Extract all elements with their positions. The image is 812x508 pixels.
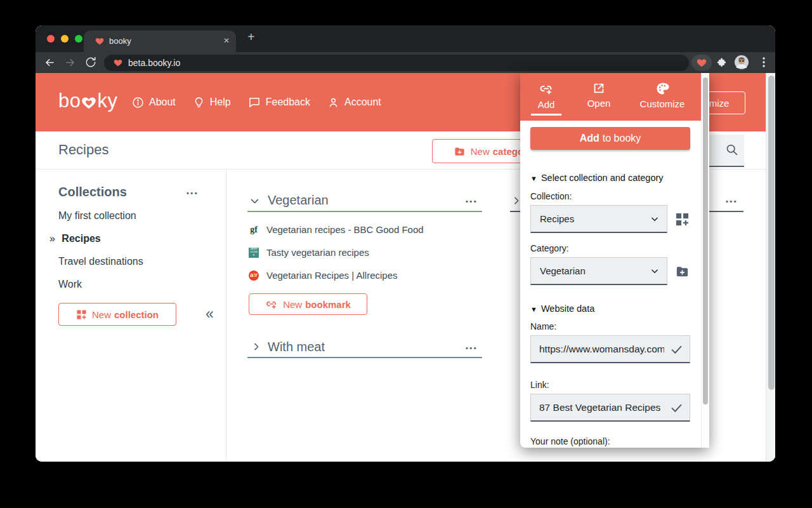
new-collection-icon-button[interactable]	[675, 212, 690, 229]
new-collection-label-normal: New	[92, 309, 111, 320]
category-title-vegetarian[interactable]: Vegetarian	[268, 193, 329, 208]
link-input[interactable]	[530, 394, 690, 422]
logo-text-post: ky	[97, 90, 117, 112]
folder-plus-icon	[454, 145, 466, 157]
bookmark-row[interactable]: gf Vegetarian recipes - BBC Good Food	[249, 224, 424, 235]
category-select[interactable]: Vegetarian	[530, 257, 667, 285]
address-bar[interactable]: beta.booky.io	[104, 55, 689, 71]
sidebar-item-travel-destinations[interactable]: Travel destinations	[58, 256, 143, 267]
page-scrollbar-track[interactable]	[766, 73, 775, 462]
back-icon[interactable]	[44, 57, 56, 71]
checkmark-icon	[670, 401, 683, 415]
add-button-bold: Add	[580, 133, 599, 144]
booky-logo[interactable]: boky	[58, 90, 117, 112]
browser-window: booky ✕ + beta.booky.io	[36, 25, 775, 462]
category-title-with-meat[interactable]: With meat	[268, 340, 325, 354]
new-collection-button[interactable]: New collection	[58, 303, 176, 326]
chevron-down-icon	[650, 215, 659, 224]
website-section-label: Website data	[541, 304, 594, 314]
bbc-goodfood-favicon: gf	[249, 225, 259, 235]
forward-icon[interactable]	[64, 57, 76, 71]
triangle-down-icon: ▼	[530, 175, 537, 182]
popup-tab-customize[interactable]: Customize	[637, 81, 688, 109]
nav-about-label: About	[149, 97, 176, 108]
tab-close-icon[interactable]: ✕	[223, 36, 230, 45]
tab-title: booky	[109, 36, 131, 46]
vegetarian-menu-dots[interactable]: •••	[466, 197, 478, 205]
page-scrollbar-thumb[interactable]	[768, 76, 775, 390]
active-item-marker: »	[49, 233, 55, 244]
traffic-light-zoom[interactable]	[75, 35, 82, 43]
booky-extension-popup: Add Open Customize Add to booky ▼Select …	[520, 73, 709, 448]
traffic-light-close[interactable]	[47, 35, 55, 43]
select-section-label: Select collection and category	[541, 173, 664, 183]
sidebar-collapse-chevrons[interactable]: «	[206, 305, 214, 323]
account-person-icon	[327, 97, 339, 109]
add-to-booky-button[interactable]: Add to booky	[530, 127, 690, 150]
with-meat-menu-dots[interactable]: •••	[466, 344, 478, 352]
popup-tab-open[interactable]: Open	[584, 81, 614, 109]
popup-tab-add[interactable]: Add	[532, 81, 560, 116]
bookmark-row[interactable]: JAMIE OLIVER Tasty vegetarian recipes	[249, 247, 369, 258]
sidebar-divider	[226, 170, 226, 462]
sidebar-item-my-first-collection[interactable]: My first collection	[58, 210, 136, 222]
browser-menu-kebab-icon[interactable]	[759, 56, 768, 71]
allrecipes-favicon: a!r	[249, 271, 259, 281]
lightbulb-icon	[193, 97, 205, 109]
new-bookmark-button[interactable]: New bookmark	[249, 293, 367, 315]
logo-heart-icon	[81, 95, 96, 110]
popup-tab-open-label: Open	[587, 98, 611, 109]
nav-help[interactable]: Help	[193, 97, 231, 109]
triangle-down-icon: ▼	[530, 305, 537, 313]
nav-account[interactable]: Account	[327, 97, 381, 109]
collection-select-value: Recipes	[540, 213, 650, 224]
popup-tab-customize-label: Customize	[640, 98, 685, 109]
traffic-light-minimize[interactable]	[61, 35, 69, 43]
url-favicon-heart-icon	[114, 58, 122, 67]
sidebar-item-work[interactable]: Work	[58, 279, 82, 290]
chevron-down-icon[interactable]	[249, 196, 260, 209]
select-collection-section-toggle[interactable]: ▼Select collection and category	[530, 173, 664, 183]
jamie-oliver-favicon: JAMIE OLIVER	[249, 248, 259, 258]
bookmark-row[interactable]: a!r Vegetarian Recipes | Allrecipes	[249, 270, 398, 281]
booky-extension-icon[interactable]	[697, 58, 707, 70]
reload-icon[interactable]	[85, 57, 96, 70]
booky-page: boky About Help Feedback Account	[36, 73, 775, 462]
nav-about[interactable]: About	[132, 97, 176, 109]
feedback-bubble-icon	[248, 96, 261, 109]
nav-account-label: Account	[344, 97, 381, 108]
popup-scrollbar-track[interactable]	[701, 73, 709, 448]
name-input[interactable]	[530, 335, 690, 363]
new-tab-icon[interactable]: +	[247, 30, 255, 44]
profile-avatar[interactable]	[735, 55, 749, 72]
sidebar-item-recipes[interactable]: » Recipes	[49, 233, 101, 244]
collection-label: Collection:	[530, 191, 572, 201]
chevron-down-icon	[650, 267, 659, 276]
category-label: Category:	[530, 243, 569, 253]
new-category-icon-button[interactable]	[675, 264, 690, 281]
popup-scrollbar-thumb[interactable]	[703, 77, 708, 404]
browser-tab[interactable]: booky ✕	[84, 30, 236, 52]
search-icon	[725, 143, 738, 159]
link-plus-icon	[539, 81, 554, 97]
checkmark-icon	[670, 343, 683, 356]
collections-menu-dots[interactable]: •••	[187, 189, 199, 197]
nav-feedback-label: Feedback	[266, 97, 310, 108]
category-select-value: Vegetarian	[540, 265, 650, 276]
add-button-rest: to booky	[603, 133, 641, 144]
logo-text-pre: bo	[58, 90, 81, 112]
name-label: Name:	[530, 321, 556, 331]
chevron-right-icon[interactable]	[251, 342, 261, 354]
active-tab-underline	[531, 114, 561, 116]
note-label: Your note (optional):	[530, 436, 610, 446]
collections-title: Collections	[58, 185, 127, 199]
website-data-section-toggle[interactable]: ▼Website data	[530, 304, 594, 314]
external-link-icon	[592, 81, 606, 95]
collection-select[interactable]: Recipes	[530, 205, 667, 233]
hidden-category-menu-dots[interactable]: •••	[726, 197, 738, 205]
extensions-puzzle-icon[interactable]	[716, 57, 727, 70]
link-plus-icon	[265, 298, 278, 311]
bookmark-title: Tasty vegetarian recipes	[266, 247, 369, 258]
bookmark-title: Vegetarian Recipes | Allrecipes	[266, 270, 398, 281]
nav-feedback[interactable]: Feedback	[248, 96, 310, 109]
